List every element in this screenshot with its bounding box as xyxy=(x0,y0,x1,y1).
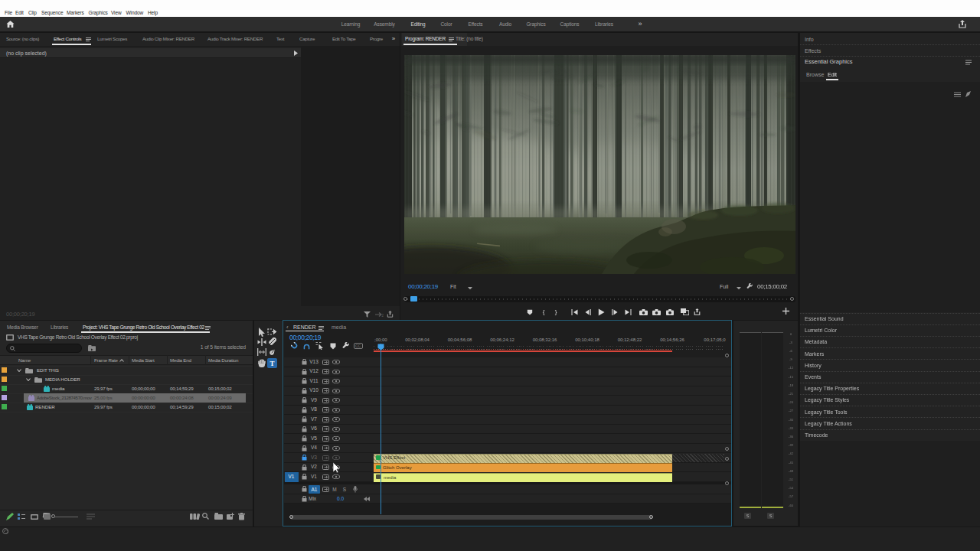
svg-text:-21: -21 xyxy=(789,392,794,396)
svg-text:-48: -48 xyxy=(789,469,794,473)
svg-text:-15: -15 xyxy=(789,375,794,379)
svg-text:-60: -60 xyxy=(789,504,794,507)
svg-text:-57: -57 xyxy=(789,494,794,498)
svg-text:-6: -6 xyxy=(789,349,792,353)
svg-text:-54: -54 xyxy=(789,486,794,490)
svg-text:-39: -39 xyxy=(789,443,794,447)
svg-text:-24: -24 xyxy=(789,400,794,404)
svg-text:-42: -42 xyxy=(789,452,794,455)
svg-text:-9: -9 xyxy=(789,357,792,361)
svg-text:-45: -45 xyxy=(789,461,794,465)
svg-text:-18: -18 xyxy=(789,383,794,387)
svg-text:-12: -12 xyxy=(789,366,794,370)
svg-text:-27: -27 xyxy=(789,409,794,412)
svg-text:-30: -30 xyxy=(789,418,794,422)
svg-text:-3: -3 xyxy=(789,341,792,344)
svg-text:-36: -36 xyxy=(789,435,794,439)
svg-text:-33: -33 xyxy=(789,426,794,430)
svg-text:0: 0 xyxy=(790,332,792,336)
svg-text:2: 2 xyxy=(382,314,384,318)
svg-text:-51: -51 xyxy=(789,478,794,481)
svg-text:CC: CC xyxy=(355,344,361,348)
